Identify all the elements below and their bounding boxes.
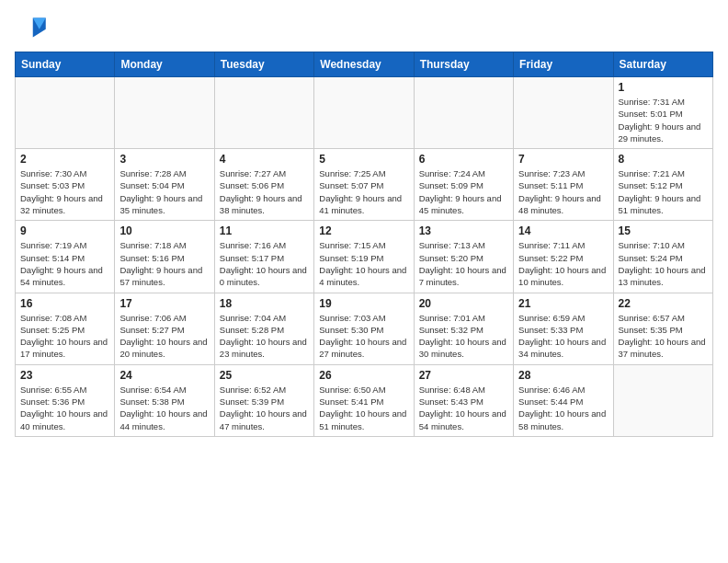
day-info: Sunrise: 7:23 AM Sunset: 5:11 PM Dayligh…: [518, 167, 608, 216]
calendar-cell: 3Sunrise: 7:28 AM Sunset: 5:04 PM Daylig…: [115, 149, 214, 221]
page-header: [15, 15, 713, 40]
logo-icon: [15, 15, 48, 40]
day-info: Sunrise: 7:03 AM Sunset: 5:30 PM Dayligh…: [319, 312, 408, 361]
day-info: Sunrise: 7:16 AM Sunset: 5:17 PM Dayligh…: [220, 239, 309, 288]
day-info: Sunrise: 7:21 AM Sunset: 5:12 PM Dayligh…: [619, 167, 708, 216]
day-number: 15: [619, 224, 708, 237]
day-number: 13: [419, 224, 508, 237]
day-number: 21: [518, 297, 608, 310]
calendar-cell: 19Sunrise: 7:03 AM Sunset: 5:30 PM Dayli…: [314, 293, 414, 364]
calendar-cell: 13Sunrise: 7:13 AM Sunset: 5:20 PM Dayli…: [414, 221, 513, 293]
calendar-cell: 10Sunrise: 7:18 AM Sunset: 5:16 PM Dayli…: [115, 221, 214, 293]
day-info: Sunrise: 6:50 AM Sunset: 5:41 PM Dayligh…: [319, 384, 408, 432]
day-number: 9: [20, 224, 109, 237]
day-number: 27: [419, 369, 508, 382]
day-info: Sunrise: 6:48 AM Sunset: 5:43 PM Dayligh…: [419, 384, 508, 432]
day-info: Sunrise: 7:15 AM Sunset: 5:19 PM Dayligh…: [319, 239, 408, 288]
day-number: 17: [119, 297, 209, 310]
calendar-week-row: 1Sunrise: 7:31 AM Sunset: 5:01 PM Daylig…: [16, 77, 713, 149]
calendar-cell: 11Sunrise: 7:16 AM Sunset: 5:17 PM Dayli…: [214, 221, 313, 293]
day-info: Sunrise: 7:30 AM Sunset: 5:03 PM Dayligh…: [20, 167, 109, 216]
day-number: 25: [220, 369, 309, 382]
calendar-cell: 1Sunrise: 7:31 AM Sunset: 5:01 PM Daylig…: [613, 77, 712, 149]
day-number: 4: [220, 153, 309, 166]
day-number: 18: [220, 297, 309, 310]
day-number: 22: [619, 297, 708, 310]
day-info: Sunrise: 7:01 AM Sunset: 5:32 PM Dayligh…: [419, 312, 508, 361]
calendar-week-row: 9Sunrise: 7:19 AM Sunset: 5:14 PM Daylig…: [16, 221, 713, 293]
day-number: 28: [518, 369, 608, 382]
weekday-header-wednesday: Wednesday: [314, 52, 414, 77]
day-info: Sunrise: 7:04 AM Sunset: 5:28 PM Dayligh…: [220, 312, 309, 361]
calendar-cell: [514, 77, 613, 149]
day-info: Sunrise: 7:28 AM Sunset: 5:04 PM Dayligh…: [119, 167, 209, 216]
day-info: Sunrise: 6:52 AM Sunset: 5:39 PM Dayligh…: [220, 384, 309, 432]
calendar-cell: [115, 77, 214, 149]
day-number: 10: [119, 224, 209, 237]
calendar-cell: 23Sunrise: 6:55 AM Sunset: 5:36 PM Dayli…: [16, 364, 115, 436]
calendar-cell: 14Sunrise: 7:11 AM Sunset: 5:22 PM Dayli…: [514, 221, 613, 293]
day-info: Sunrise: 6:46 AM Sunset: 5:44 PM Dayligh…: [518, 384, 608, 432]
calendar-week-row: 23Sunrise: 6:55 AM Sunset: 5:36 PM Dayli…: [16, 364, 713, 436]
calendar-cell: 12Sunrise: 7:15 AM Sunset: 5:19 PM Dayli…: [314, 221, 414, 293]
day-number: 12: [319, 224, 408, 237]
weekday-header-row: SundayMondayTuesdayWednesdayThursdayFrid…: [16, 52, 713, 77]
day-number: 19: [319, 297, 408, 310]
calendar-cell: 22Sunrise: 6:57 AM Sunset: 5:35 PM Dayli…: [613, 293, 712, 364]
calendar-cell: 15Sunrise: 7:10 AM Sunset: 5:24 PM Dayli…: [613, 221, 712, 293]
day-number: 20: [419, 297, 508, 310]
day-number: 14: [518, 224, 608, 237]
calendar-cell: 6Sunrise: 7:24 AM Sunset: 5:09 PM Daylig…: [414, 149, 513, 221]
day-info: Sunrise: 6:54 AM Sunset: 5:38 PM Dayligh…: [119, 384, 209, 432]
calendar-cell: [414, 77, 513, 149]
day-number: 6: [419, 153, 508, 166]
calendar-cell: 8Sunrise: 7:21 AM Sunset: 5:12 PM Daylig…: [613, 149, 712, 221]
calendar-cell: 25Sunrise: 6:52 AM Sunset: 5:39 PM Dayli…: [214, 364, 313, 436]
day-number: 23: [20, 369, 109, 382]
calendar-week-row: 2Sunrise: 7:30 AM Sunset: 5:03 PM Daylig…: [16, 149, 713, 221]
day-info: Sunrise: 6:55 AM Sunset: 5:36 PM Dayligh…: [20, 384, 109, 432]
calendar-cell: 28Sunrise: 6:46 AM Sunset: 5:44 PM Dayli…: [514, 364, 613, 436]
calendar-cell: 26Sunrise: 6:50 AM Sunset: 5:41 PM Dayli…: [314, 364, 414, 436]
day-info: Sunrise: 7:24 AM Sunset: 5:09 PM Dayligh…: [419, 167, 508, 216]
day-number: 5: [319, 153, 408, 166]
calendar-cell: [613, 364, 712, 436]
calendar-cell: 16Sunrise: 7:08 AM Sunset: 5:25 PM Dayli…: [16, 293, 115, 364]
weekday-header-thursday: Thursday: [414, 52, 513, 77]
calendar-cell: 2Sunrise: 7:30 AM Sunset: 5:03 PM Daylig…: [16, 149, 115, 221]
day-info: Sunrise: 7:27 AM Sunset: 5:06 PM Dayligh…: [220, 167, 309, 216]
calendar-table: SundayMondayTuesdayWednesdayThursdayFrid…: [15, 52, 713, 437]
calendar-cell: 27Sunrise: 6:48 AM Sunset: 5:43 PM Dayli…: [414, 364, 513, 436]
weekday-header-tuesday: Tuesday: [214, 52, 313, 77]
calendar-cell: 9Sunrise: 7:19 AM Sunset: 5:14 PM Daylig…: [16, 221, 115, 293]
calendar-cell: 18Sunrise: 7:04 AM Sunset: 5:28 PM Dayli…: [214, 293, 313, 364]
day-number: 11: [220, 224, 309, 237]
day-info: Sunrise: 7:08 AM Sunset: 5:25 PM Dayligh…: [20, 312, 109, 361]
day-info: Sunrise: 7:13 AM Sunset: 5:20 PM Dayligh…: [419, 239, 508, 288]
calendar-cell: [314, 77, 414, 149]
calendar-cell: 17Sunrise: 7:06 AM Sunset: 5:27 PM Dayli…: [115, 293, 214, 364]
day-info: Sunrise: 6:57 AM Sunset: 5:35 PM Dayligh…: [619, 312, 708, 361]
day-number: 8: [619, 153, 708, 166]
day-info: Sunrise: 6:59 AM Sunset: 5:33 PM Dayligh…: [518, 312, 608, 361]
calendar-cell: [214, 77, 313, 149]
day-number: 1: [619, 81, 708, 94]
weekday-header-monday: Monday: [115, 52, 214, 77]
calendar-cell: 21Sunrise: 6:59 AM Sunset: 5:33 PM Dayli…: [514, 293, 613, 364]
calendar-week-row: 16Sunrise: 7:08 AM Sunset: 5:25 PM Dayli…: [16, 293, 713, 364]
weekday-header-saturday: Saturday: [613, 52, 712, 77]
day-number: 26: [319, 369, 408, 382]
day-info: Sunrise: 7:11 AM Sunset: 5:22 PM Dayligh…: [518, 239, 608, 288]
calendar-cell: 7Sunrise: 7:23 AM Sunset: 5:11 PM Daylig…: [514, 149, 613, 221]
day-number: 2: [20, 153, 109, 166]
day-number: 16: [20, 297, 109, 310]
day-info: Sunrise: 7:06 AM Sunset: 5:27 PM Dayligh…: [119, 312, 209, 361]
day-number: 7: [518, 153, 608, 166]
calendar-cell: 20Sunrise: 7:01 AM Sunset: 5:32 PM Dayli…: [414, 293, 513, 364]
calendar-cell: 24Sunrise: 6:54 AM Sunset: 5:38 PM Dayli…: [115, 364, 214, 436]
day-number: 3: [119, 153, 209, 166]
weekday-header-sunday: Sunday: [16, 52, 115, 77]
weekday-header-friday: Friday: [514, 52, 613, 77]
calendar-cell: 4Sunrise: 7:27 AM Sunset: 5:06 PM Daylig…: [214, 149, 313, 221]
calendar-cell: 5Sunrise: 7:25 AM Sunset: 5:07 PM Daylig…: [314, 149, 414, 221]
